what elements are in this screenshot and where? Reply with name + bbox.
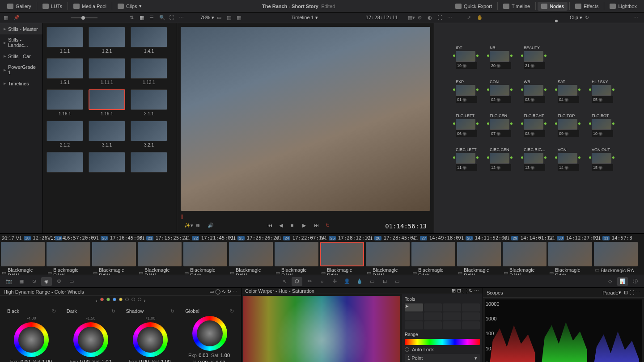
point-dropdown[interactable]: 1 Point▾ (405, 354, 480, 362)
more-icon[interactable]: ⋯ (179, 15, 186, 21)
node-vgn[interactable]: VGN14 ◉ (558, 147, 579, 171)
rgb-mixer-icon[interactable]: ⚙ (54, 277, 64, 286)
nodes-button[interactable]: Nodes (538, 2, 568, 11)
node-sat[interactable]: SAT04 ◉ (558, 80, 579, 103)
viewer-image[interactable] (181, 27, 430, 211)
scope-opts-icon[interactable]: ⊡ (624, 290, 628, 295)
clip-thumbnail[interactable]: 20:17V11812:26:13:04▭Blackmagic RAW (0, 234, 46, 275)
clip-thumbnail[interactable]: V12914:14:01:12▭Blackmagic RAW (502, 234, 547, 275)
timeline-button[interactable]: Timeline (500, 2, 534, 11)
still-item[interactable]: 1.2.1 (89, 27, 125, 54)
node-hlsky[interactable]: HL / SKY05 ◉ (592, 80, 613, 103)
pull-tool[interactable] (462, 303, 480, 311)
clip-dropdown[interactable]: Clip ▾ (570, 15, 582, 21)
clip-thumbnail[interactable]: V12317:25:26:20▭Blackmagic RAW (228, 234, 274, 275)
clip-thumbnail[interactable]: V12517:28:12:11▭Blackmagic RAW (319, 234, 365, 275)
pin-tool[interactable] (443, 303, 461, 311)
warper-icon[interactable]: ⬡ (292, 277, 302, 286)
t6[interactable] (424, 312, 442, 320)
motion-icon[interactable]: ▭ (66, 277, 77, 286)
color-wheel-global[interactable]: Global↻Exp0.00Sat1.00X0.00Y0.00 (182, 308, 237, 362)
mediapool-button[interactable]: Media Pool (70, 2, 110, 11)
curves-icon[interactable]: ∿ (279, 277, 290, 286)
category-item[interactable]: ▸Stills - Landsc... (0, 34, 42, 51)
node-beauty[interactable]: BEAUTY21 ◉ (524, 46, 545, 69)
key-icon[interactable]: ▭ (367, 277, 377, 286)
warper-viz[interactable] (243, 296, 400, 362)
qualifier-icon[interactable]: ✏ (304, 277, 315, 286)
still-item[interactable]: 3.1.1 (89, 121, 125, 147)
still-item[interactable] (131, 152, 167, 174)
t12[interactable] (462, 321, 480, 329)
picker-icon[interactable]: ✨▾ (184, 223, 191, 230)
t10[interactable] (424, 321, 442, 329)
window-icon[interactable]: ○ (317, 277, 327, 286)
scopes-icon[interactable]: 📊 (617, 277, 628, 286)
color-match-icon[interactable]: ▦ (16, 277, 27, 286)
first-frame-icon[interactable]: ⏮ (267, 223, 275, 230)
still-item[interactable]: 1.19.1 (89, 89, 125, 116)
node-nr[interactable]: NR20 ◉ (490, 46, 511, 69)
still-item[interactable]: 2.1.2 (47, 121, 83, 147)
t7[interactable] (443, 312, 461, 320)
still-item[interactable]: 1.18.1 (47, 89, 83, 116)
tracking-icon[interactable]: ✛ (329, 277, 340, 286)
highlight-icon[interactable]: ⛶ (437, 15, 445, 21)
t11[interactable] (443, 321, 461, 329)
node-circleft[interactable]: CIRC LEFT11 ◉ (456, 147, 477, 171)
category-item[interactable]: ▸Stills - Master (0, 23, 42, 34)
still-item[interactable]: 1.13.1 (131, 58, 167, 85)
node-vgnout[interactable]: VGN OUT15 ◉ (592, 147, 613, 171)
scope-mode[interactable]: Parade (602, 290, 618, 295)
wheels-icon[interactable]: ⊙ (29, 277, 39, 286)
still-item[interactable]: 3.2.1 (131, 121, 167, 147)
expand-icon[interactable]: ▭ (209, 289, 214, 295)
clip-thumbnail[interactable]: V12814:11:52:00▭Blackmagic RAW (456, 234, 502, 275)
search-icon[interactable]: 🔍 (159, 15, 166, 21)
info-icon[interactable]: ⓘ (630, 277, 640, 286)
sort-icon[interactable]: ⇅ (130, 15, 137, 21)
hdr-wheels-icon[interactable]: ◉ (41, 277, 52, 286)
node-flgcen[interactable]: FLG CEN07 ◉ (490, 114, 511, 137)
playhead[interactable] (182, 215, 182, 219)
unmix-icon[interactable]: ≋ (196, 223, 203, 230)
clip-thumbnail[interactable]: V11916:57:20:07▭Blackmagic RAW (46, 234, 91, 275)
audio-icon[interactable]: 🔊 (208, 223, 215, 230)
luts-button[interactable]: LUTs (39, 2, 66, 11)
clips-button[interactable]: Clips▾ (114, 1, 145, 11)
zone-icon[interactable]: ◯ (215, 289, 220, 295)
still-item[interactable]: 1.1.1 (47, 27, 83, 54)
magic-mask-icon[interactable]: 👤 (342, 277, 352, 286)
graph-icon[interactable]: ∿ (222, 289, 226, 295)
still-item[interactable]: 1.5.1 (47, 58, 83, 85)
pin-icon[interactable]: 📌 (13, 15, 21, 21)
quickexport-button[interactable]: Quick Export (452, 2, 496, 11)
keyframe-icon[interactable]: ◇ (605, 277, 615, 286)
autolock-radio[interactable] (405, 347, 409, 352)
slider[interactable] (71, 17, 97, 18)
clip-thumbnail[interactable]: V12217:21:45:01▭Blackmagic RAW (182, 234, 228, 275)
reset-icon[interactable]: ↻ (227, 289, 231, 295)
still-item[interactable] (89, 152, 125, 174)
still-item[interactable]: 1.11.1 (89, 58, 125, 85)
next-frame-icon[interactable]: ⏭ (314, 223, 321, 230)
lightbox-button[interactable]: Lightbox (606, 2, 640, 11)
more2-icon[interactable]: ⋯ (447, 15, 454, 21)
range-strip[interactable] (405, 339, 480, 345)
node-con[interactable]: CON02 ◉ (490, 80, 511, 103)
3d-icon[interactable]: ▭ (392, 277, 402, 286)
wipe-icon[interactable]: ◐ (428, 15, 435, 21)
clip-thumbnail[interactable]: V12417:22:07:14▭Blackmagic RAW (274, 234, 319, 275)
expand-icon[interactable]: ⛶ (629, 290, 634, 295)
color-wheel-dark[interactable]: Dark↻-1.50Exp0.00Sat1.00X0.00Y0.00H0.20 (63, 308, 119, 362)
grid-icon[interactable]: ▦ (140, 15, 147, 21)
clip-thumbnail[interactable]: V12117:15:25:21▭Blackmagic RAW (137, 234, 182, 275)
single-viewer-icon[interactable]: ▭ (217, 15, 224, 21)
node-wb[interactable]: WB03 ◉ (524, 80, 545, 103)
viewer-timecode[interactable]: 01:14:56:13 (385, 223, 427, 230)
select-tool[interactable]: ➤ (405, 303, 423, 311)
clip-thumbnail[interactable]: V12017:16:45:05▭Blackmagic RAW (91, 234, 137, 275)
draw-tool[interactable] (424, 303, 442, 311)
sidebar-toggle-icon[interactable]: ▦ (4, 15, 11, 21)
zoom-dropdown[interactable]: 78% ▾ (200, 15, 214, 21)
